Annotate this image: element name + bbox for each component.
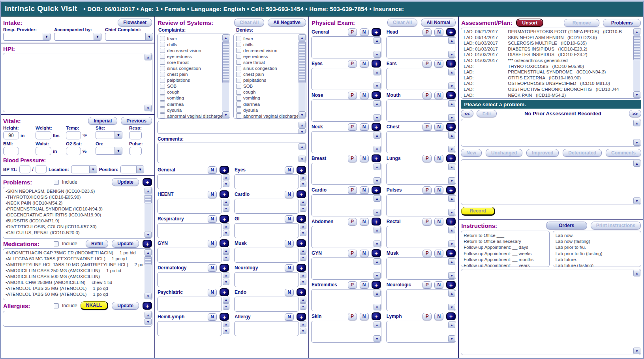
- positive-button[interactable]: P: [348, 28, 357, 36]
- scrollbar[interactable]: ▲ ▼: [448, 195, 455, 216]
- pe-clear-all-button[interactable]: Clear All: [387, 19, 417, 26]
- edit-button[interactable]: Edit: [477, 110, 497, 117]
- scroll-down-icon[interactable]: ▼: [374, 209, 381, 216]
- scrollbar[interactable]: ▲ ▼: [145, 249, 152, 299]
- scroll-down-icon[interactable]: ▼: [145, 293, 152, 299]
- symptom-checkbox[interactable]: [160, 107, 165, 113]
- scrollbar[interactable]: ▲ ▼: [374, 195, 381, 216]
- add-button[interactable]: +: [220, 264, 229, 272]
- office-instructions-list[interactable]: Return to Office ___Return to Office as …: [461, 231, 549, 267]
- medications-add-button[interactable]: +: [143, 240, 152, 248]
- previous-button[interactable]: Previous: [121, 117, 152, 125]
- instruction-option[interactable]: Return to Office ___: [464, 233, 546, 239]
- pe-category-text[interactable]: ▲ ▼: [311, 258, 381, 280]
- positive-button[interactable]: P: [348, 218, 357, 226]
- ros-category-text[interactable]: [157, 223, 222, 238]
- assessment-entry-textarea[interactable]: ▲ ▼: [461, 159, 641, 205]
- ros-clear-all-button[interactable]: Clear All: [234, 19, 264, 26]
- medications-update-button[interactable]: Update: [112, 240, 139, 248]
- scrollbar[interactable]: ▲ ▼: [299, 143, 306, 162]
- scroll-down-icon[interactable]: ▼: [145, 231, 152, 238]
- normal-button[interactable]: N: [208, 313, 217, 321]
- normal-button[interactable]: N: [285, 264, 294, 272]
- bmi-input[interactable]: [3, 147, 19, 155]
- instruction-option[interactable]: Lab prior to f/u (fasting): [556, 251, 638, 257]
- waist-input[interactable]: [36, 147, 51, 155]
- status-button[interactable]: Improved: [526, 149, 559, 157]
- denies-item[interactable]: fever: [235, 36, 298, 41]
- orders-button[interactable]: Orders: [546, 222, 587, 229]
- positive-button[interactable]: P: [422, 92, 432, 99]
- scroll-down-icon[interactable]: ▼: [448, 209, 455, 216]
- medications-list[interactable]: INDOMETHACIN CAP 75MG ER (INDOMETHACIN)1…: [3, 248, 152, 300]
- medication-item[interactable]: AMITRIPTYLINE HCL TABS 10 MG (AMITRIPTYL…: [6, 262, 143, 268]
- spinner[interactable]: ▲ ▼: [300, 297, 306, 312]
- add-button[interactable]: +: [297, 215, 306, 223]
- spin-down-icon[interactable]: ▼: [223, 328, 229, 334]
- symptom-checkbox[interactable]: [160, 101, 165, 107]
- instruction-option[interactable]: Follow-up Appointment: __ months: [464, 257, 546, 263]
- spin-down-icon[interactable]: ▼: [300, 328, 306, 334]
- scroll-down-icon[interactable]: ▼: [448, 83, 455, 89]
- normal-button[interactable]: N: [434, 218, 443, 226]
- scrollbar[interactable]: ▲ ▼: [145, 312, 152, 326]
- scrollbar[interactable]: ▲ ▼: [633, 270, 640, 354]
- symptom-checkbox[interactable]: [160, 54, 165, 59]
- spinner[interactable]: ▲ ▼: [300, 174, 306, 189]
- scroll-down-icon[interactable]: ▼: [374, 83, 381, 89]
- scroll-up-icon[interactable]: ▲: [448, 227, 455, 233]
- bp-diastolic-input[interactable]: [36, 165, 47, 173]
- spin-up-icon[interactable]: ▲: [300, 199, 306, 205]
- all-normal-button[interactable]: All Normal: [421, 19, 456, 26]
- prior-assessment-textarea[interactable]: ▲ ▼: [461, 119, 641, 147]
- complaint-item[interactable]: sinus congestion: [159, 65, 222, 71]
- scroll-down-icon[interactable]: ▼: [374, 177, 381, 184]
- assessment-row[interactable]: LAD: OTITIS EXTERNA (ICD10-H60.90): [464, 75, 632, 81]
- spin-up-icon[interactable]: ▲: [300, 174, 306, 180]
- assessment-row[interactable]: LAD: 01/03/2017 SCLEROSIS MULTIPLE (ICD1…: [464, 40, 632, 46]
- scroll-down-icon[interactable]: ▼: [448, 177, 455, 184]
- normal-button[interactable]: N: [360, 28, 369, 36]
- scroll-down-icon[interactable]: ▼: [448, 304, 455, 310]
- spinner[interactable]: ▲ ▼: [223, 223, 229, 238]
- normal-button[interactable]: N: [360, 92, 369, 99]
- symptom-checkbox[interactable]: [160, 90, 165, 95]
- ros-category-text[interactable]: [234, 199, 299, 214]
- scroll-down-icon[interactable]: ▼: [448, 51, 455, 58]
- instruction-option[interactable]: Follow-up Appointment: __ years: [464, 263, 546, 267]
- normal-button[interactable]: N: [434, 28, 443, 36]
- complaint-item[interactable]: abnormal vaginal discharge: [159, 113, 222, 119]
- problem-item[interactable]: DEGENERATIVE ARTHRITIS (ICD10-M19.90): [6, 212, 143, 218]
- ros-category-text[interactable]: [234, 248, 299, 263]
- scroll-up-icon[interactable]: ▲: [222, 34, 229, 41]
- scroll-down-icon[interactable]: ▼: [374, 304, 381, 310]
- scroll-down-icon[interactable]: ▼: [448, 146, 455, 152]
- normal-button[interactable]: N: [360, 250, 369, 257]
- pe-category-text[interactable]: ▲ ▼: [386, 258, 456, 280]
- scrollbar-thumb[interactable]: [299, 41, 306, 83]
- problem-item[interactable]: DIVERTICULOSIS, COLON (ICD10-K57.30): [6, 224, 143, 230]
- complaint-item[interactable]: sore throat: [159, 59, 222, 65]
- symptom-checkbox[interactable]: [160, 48, 165, 53]
- scroll-up-icon[interactable]: ▲: [448, 195, 455, 202]
- positive-button[interactable]: P: [348, 313, 357, 320]
- spin-up-icon[interactable]: ▲: [223, 199, 229, 205]
- spin-up-icon[interactable]: ▲: [300, 248, 306, 254]
- spinner[interactable]: ▲ ▼: [223, 297, 229, 312]
- scroll-up-icon[interactable]: ▲: [633, 160, 640, 167]
- assessment-row[interactable]: LAD: THYROTOXICOSIS (ICD10-E05.90): [464, 64, 632, 70]
- normal-button[interactable]: N: [434, 123, 443, 131]
- add-button[interactable]: +: [446, 312, 456, 320]
- symptom-checkbox[interactable]: [236, 113, 241, 118]
- positive-button[interactable]: P: [422, 60, 432, 68]
- ros-category-text[interactable]: [234, 174, 299, 189]
- pe-category-text[interactable]: ▲ ▼: [386, 321, 456, 343]
- nkall-button[interactable]: NKALL: [81, 301, 109, 310]
- normal-button[interactable]: N: [285, 313, 294, 321]
- add-button[interactable]: +: [446, 186, 456, 194]
- assessment-row[interactable]: LAD: 09/21/2017 DERMATOPHYTOSIS FOOT (TI…: [464, 29, 632, 35]
- pe-category-text[interactable]: ▲ ▼: [311, 36, 381, 58]
- scroll-up-icon[interactable]: ▲: [374, 258, 381, 265]
- bp-location-dropdown[interactable]: ▼: [71, 165, 97, 173]
- pe-category-text[interactable]: ▲ ▼: [386, 36, 456, 58]
